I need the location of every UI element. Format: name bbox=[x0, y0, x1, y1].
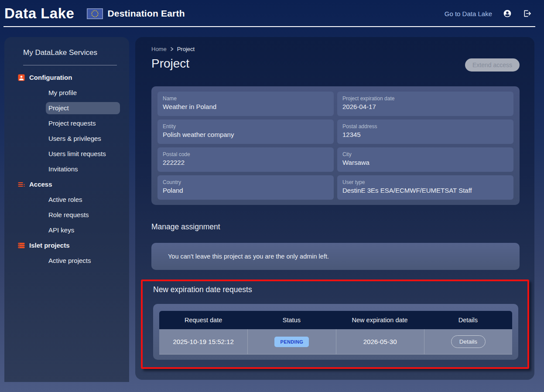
column-header-request-date: Request date bbox=[159, 317, 247, 324]
field-value: 222222 bbox=[163, 159, 328, 166]
sidebar-item-users-limit-requests[interactable]: Users limit requests bbox=[46, 146, 121, 161]
column-header-new-expiration-date: New expiration date bbox=[336, 317, 424, 324]
details-button[interactable]: Details bbox=[451, 335, 486, 348]
sidebar-item-role-requests[interactable]: Role requests bbox=[46, 207, 121, 222]
sidebar-item-project[interactable]: Project bbox=[46, 100, 121, 116]
entity-field: Entity Polish weather company bbox=[157, 119, 334, 144]
app-title: Data Lake bbox=[4, 5, 74, 22]
expiration-requests-heading: New expiration date requests bbox=[153, 285, 518, 294]
field-value: Polish weather company bbox=[163, 131, 328, 138]
new-expiration-date-cell: 2026-05-30 bbox=[336, 329, 424, 354]
logo-text: Destination Earth bbox=[107, 8, 185, 19]
breadcrumb-home-link[interactable]: Home bbox=[151, 46, 167, 52]
page-title: Project bbox=[151, 57, 189, 71]
sidebar-item-label: Users limit requests bbox=[46, 148, 120, 160]
account-circle-icon bbox=[503, 9, 512, 18]
breadcrumb: Home Project bbox=[151, 46, 520, 52]
user-type-field: User type DestinE 3Es ESA/ECMWF/EUMETSAT… bbox=[337, 175, 513, 200]
sidebar-item-api-keys[interactable]: API keys bbox=[46, 222, 121, 238]
sidebar-item-label: Role requests bbox=[46, 209, 120, 221]
sidebar-item-project-requests[interactable]: Project requests bbox=[46, 116, 121, 131]
list-lines-icon bbox=[17, 181, 25, 188]
field-label: Postal code bbox=[163, 151, 328, 157]
manage-assignment-heading: Manage assignment bbox=[151, 222, 520, 232]
sidebar-item-label: API keys bbox=[46, 224, 120, 236]
city-field: City Warsawa bbox=[337, 147, 513, 172]
eu-flag-icon bbox=[87, 8, 103, 19]
project-details-card: Name Weather in Poland Project expiratio… bbox=[151, 86, 520, 205]
field-value: Weather in Poland bbox=[163, 103, 328, 110]
table-row: 2025-10-19 15:52:12 PENDING 2026-05-30 D… bbox=[159, 329, 512, 355]
field-value: DestinE 3Es ESA/ECMWF/EUMETSAT Staff bbox=[342, 187, 508, 194]
sidebar-item-label: Invitations bbox=[46, 163, 120, 175]
sidebar-title: My DataLake Services bbox=[23, 48, 121, 57]
sidebar-item-users-privileges[interactable]: Users & privileges bbox=[46, 131, 121, 146]
sidebar: My DataLake Services Configuration My pr… bbox=[4, 37, 129, 382]
sidebar-item-invitations[interactable]: Invitations bbox=[46, 161, 121, 177]
main-panel: Home Project Project Extend access Name … bbox=[135, 37, 534, 380]
sidebar-item-label: Configuration bbox=[29, 74, 72, 81]
field-value: Poland bbox=[163, 187, 328, 194]
sidebar-item-label: Project requests bbox=[46, 117, 120, 130]
column-header-details: Details bbox=[424, 317, 512, 324]
destination-earth-logo: Destination Earth bbox=[87, 8, 185, 19]
column-header-status: Status bbox=[247, 317, 335, 324]
sidebar-item-active-roles[interactable]: Active roles bbox=[46, 192, 121, 207]
status-cell: PENDING bbox=[247, 329, 335, 354]
logout-icon bbox=[523, 9, 532, 18]
sidebar-item-label: Islet projects bbox=[29, 242, 70, 249]
field-value: Warsawa bbox=[342, 159, 508, 166]
name-field: Name Weather in Poland bbox=[157, 92, 334, 116]
sidebar-item-configuration[interactable]: Configuration bbox=[17, 70, 121, 85]
sidebar-item-label: Users & privileges bbox=[46, 133, 120, 145]
chevron-right-icon bbox=[170, 47, 174, 51]
expiration-requests-table-card: Request date Status New expiration date … bbox=[153, 304, 518, 360]
sidebar-divider bbox=[23, 65, 117, 65]
field-value: 12345 bbox=[342, 131, 508, 138]
status-badge: PENDING bbox=[274, 337, 309, 347]
postal-address-field: Postal address 12345 bbox=[337, 119, 513, 144]
app-header: Data Lake Destination Earth Go to Data L… bbox=[0, 0, 544, 27]
field-label: City bbox=[342, 151, 508, 157]
project-expiration-date-field: Project expiration date 2026-04-17 bbox=[337, 92, 513, 116]
field-value: 2026-04-17 bbox=[342, 103, 508, 110]
field-label: Postal address bbox=[342, 123, 508, 130]
country-field: Country Poland bbox=[157, 175, 334, 200]
admin-notice-card: You can't leave this project as you are … bbox=[151, 243, 520, 270]
sidebar-item-label: My profile bbox=[46, 87, 120, 99]
sidebar-item-islet-projects[interactable]: Islet projects bbox=[17, 238, 121, 253]
field-label: Entity bbox=[163, 123, 328, 130]
field-label: User type bbox=[342, 179, 508, 185]
sidebar-item-label: Project bbox=[46, 102, 120, 114]
details-cell: Details bbox=[424, 329, 512, 354]
table-header-row: Request date Status New expiration date … bbox=[159, 311, 512, 329]
sidebar-item-access[interactable]: Access bbox=[17, 177, 121, 192]
postal-code-field: Postal code 222222 bbox=[157, 147, 334, 172]
sidebar-item-label: Access bbox=[29, 181, 52, 188]
account-button[interactable] bbox=[503, 9, 512, 18]
sidebar-item-my-profile[interactable]: My profile bbox=[46, 85, 121, 100]
field-label: Project expiration date bbox=[342, 95, 508, 102]
account-box-icon bbox=[17, 74, 25, 82]
go-to-data-lake-link[interactable]: Go to Data Lake bbox=[445, 10, 492, 17]
sidebar-item-label: Active projects bbox=[46, 255, 120, 267]
admin-notice-text: You can't leave this project as you are … bbox=[168, 253, 329, 260]
field-label: Name bbox=[163, 95, 328, 102]
sidebar-item-label: Active roles bbox=[46, 194, 120, 206]
highlight-annotation: New expiration date requests Request dat… bbox=[141, 280, 529, 369]
field-label: Country bbox=[163, 179, 328, 185]
extend-access-button[interactable]: Extend access bbox=[465, 58, 520, 72]
breadcrumb-current: Project bbox=[177, 46, 195, 52]
logout-button[interactable] bbox=[523, 9, 532, 18]
sidebar-item-active-projects[interactable]: Active projects bbox=[46, 253, 121, 268]
server-stack-icon bbox=[17, 242, 25, 249]
request-date-cell: 2025-10-19 15:52:12 bbox=[159, 329, 247, 354]
